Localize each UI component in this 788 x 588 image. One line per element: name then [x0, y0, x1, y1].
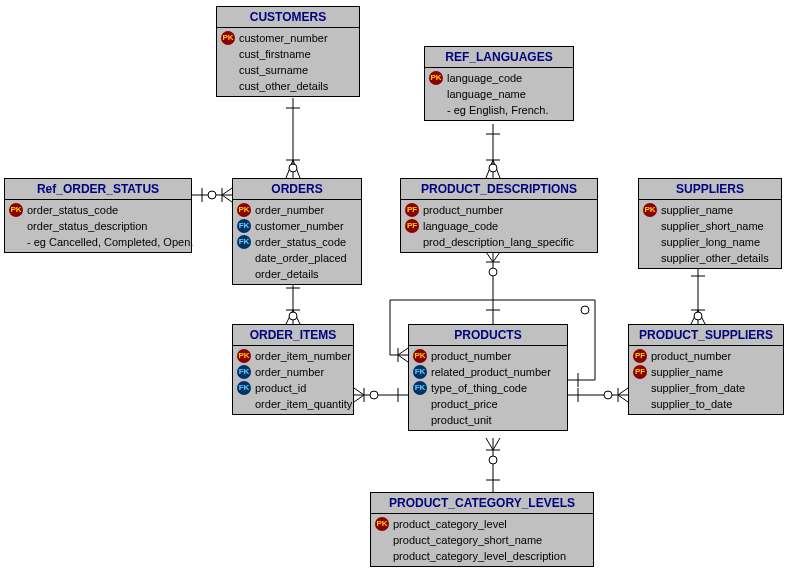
attribute-row: - eg English, French.	[429, 102, 569, 118]
attribute-name: order_number	[255, 365, 324, 379]
svg-point-35	[489, 268, 497, 276]
key-badge	[413, 413, 427, 427]
attribute-row: supplier_other_details	[643, 250, 777, 266]
entity-body: PFproduct_numberPFsupplier_namesupplier_…	[629, 346, 783, 414]
attribute-name: language_code	[447, 71, 522, 85]
attribute-row: PFproduct_number	[405, 202, 593, 218]
key-badge	[237, 397, 251, 411]
attribute-row: product_unit	[413, 412, 563, 428]
svg-line-28	[698, 310, 705, 324]
svg-line-39	[354, 388, 364, 395]
key-badge	[375, 533, 389, 547]
attribute-name: supplier_short_name	[661, 219, 764, 233]
attribute-name: product_category_short_name	[393, 533, 542, 547]
attribute-name: supplier_other_details	[661, 251, 769, 265]
attribute-name: product_number	[651, 349, 731, 363]
attribute-name: order_item_quantity	[255, 397, 352, 411]
key-badge	[429, 103, 443, 117]
attribute-name: type_of_thing_code	[431, 381, 527, 395]
entity-title: PRODUCTS	[409, 325, 567, 346]
svg-point-47	[604, 391, 612, 399]
key-badge: PK	[9, 203, 23, 217]
attribute-row: FKorder_status_code	[237, 234, 357, 250]
svg-line-4	[293, 160, 300, 178]
attribute-row: FKtype_of_thing_code	[413, 380, 563, 396]
key-badge	[221, 47, 235, 61]
svg-point-57	[581, 306, 589, 314]
entity-title: PRODUCT_CATEGORY_LEVELS	[371, 493, 593, 514]
attribute-row: PKorder_status_code	[9, 202, 187, 218]
attribute-row: supplier_from_date	[633, 380, 779, 396]
attribute-name: cust_surname	[239, 63, 308, 77]
entity-title: Ref_ORDER_STATUS	[5, 179, 191, 200]
entity-customers: CUSTOMERS PKcustomer_numbercust_firstnam…	[216, 6, 360, 97]
attribute-row: PKorder_number	[237, 202, 357, 218]
key-badge: FK	[237, 219, 251, 233]
attribute-name: product_category_level_description	[393, 549, 566, 563]
attribute-name: customer_number	[255, 219, 344, 233]
attribute-row: order_status_description	[9, 218, 187, 234]
entity-body: PKorder_item_numberFKorder_numberFKprodu…	[233, 346, 353, 414]
attribute-name: cust_other_details	[239, 79, 328, 93]
svg-line-22	[293, 310, 300, 324]
key-badge	[375, 549, 389, 563]
entity-body: PKproduct_numberFKrelated_product_number…	[409, 346, 567, 430]
attribute-row: PKproduct_number	[413, 348, 563, 364]
key-badge	[237, 251, 251, 265]
entity-title: CUSTOMERS	[217, 7, 359, 28]
entity-body: PFproduct_numberPFlanguage_codeprod_desc…	[401, 200, 597, 252]
svg-point-29	[694, 312, 702, 320]
key-badge: PK	[413, 349, 427, 363]
entity-orders: ORDERS PKorder_numberFKcustomer_numberFK…	[232, 178, 362, 285]
attribute-row: product_category_level_description	[375, 548, 589, 564]
attribute-name: product_unit	[431, 413, 492, 427]
key-badge	[643, 235, 657, 249]
svg-line-54	[398, 348, 408, 355]
attribute-row: - eg Cancelled, Completed, Open.	[9, 234, 187, 250]
attribute-name: date_order_placed	[255, 251, 347, 265]
key-badge	[237, 267, 251, 281]
key-badge: PF	[405, 203, 419, 217]
entity-body: PKorder_status_codeorder_status_descript…	[5, 200, 191, 252]
key-badge	[429, 87, 443, 101]
entity-product-category-levels: PRODUCT_CATEGORY_LEVELS PKproduct_catego…	[370, 492, 594, 567]
attribute-name: order_item_number	[255, 349, 351, 363]
attribute-name: product_number	[431, 349, 511, 363]
attribute-name: - eg English, French.	[447, 103, 549, 117]
svg-line-46	[618, 395, 628, 402]
attribute-row: product_price	[413, 396, 563, 412]
key-badge: PF	[633, 365, 647, 379]
entity-title: ORDER_ITEMS	[233, 325, 353, 346]
attribute-row: prod_description_lang_specific	[405, 234, 593, 250]
key-badge: FK	[237, 235, 251, 249]
entity-ref-languages: REF_LANGUAGES PKlanguage_codelanguage_na…	[424, 46, 574, 121]
attribute-name: supplier_to_date	[651, 397, 732, 411]
key-badge: FK	[237, 365, 251, 379]
attribute-name: supplier_name	[651, 365, 723, 379]
attribute-name: language_name	[447, 87, 526, 101]
attribute-name: order_status_description	[27, 219, 147, 233]
svg-line-21	[286, 310, 293, 324]
key-badge: PK	[221, 31, 235, 45]
key-badge	[9, 219, 23, 233]
key-badge	[9, 235, 23, 249]
svg-line-33	[486, 252, 493, 262]
attribute-row: cust_surname	[221, 62, 355, 78]
attribute-row: FKorder_number	[237, 364, 349, 380]
key-badge	[221, 63, 235, 77]
entity-order-items: ORDER_ITEMS PKorder_item_numberFKorder_n…	[232, 324, 354, 415]
attribute-row: PKsupplier_name	[643, 202, 777, 218]
attribute-name: related_product_number	[431, 365, 551, 379]
key-badge: PF	[405, 219, 419, 233]
attribute-name: order_number	[255, 203, 324, 217]
attribute-row: PFlanguage_code	[405, 218, 593, 234]
attribute-row: PKproduct_category_level	[375, 516, 589, 532]
key-badge: PK	[237, 203, 251, 217]
key-badge	[221, 79, 235, 93]
entity-suppliers: SUPPLIERS PKsupplier_namesupplier_short_…	[638, 178, 782, 269]
svg-line-55	[398, 355, 408, 362]
svg-point-5	[289, 164, 297, 172]
key-badge: PK	[237, 349, 251, 363]
svg-line-16	[222, 195, 232, 202]
attribute-row: FKrelated_product_number	[413, 364, 563, 380]
